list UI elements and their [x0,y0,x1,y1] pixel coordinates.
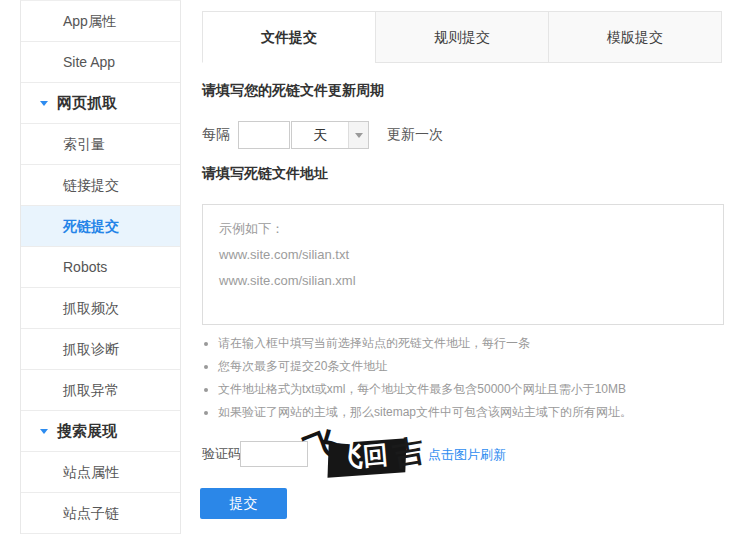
sidebar-item-index-volume[interactable]: 索引量 [21,124,180,165]
sidebar-group-webpage-crawl[interactable]: 网页抓取 [21,83,180,124]
captcha-label: 验证码 [202,445,241,463]
note-item: 您每次最多可提交20条文件地址 [218,355,632,378]
note-item: 文件地址格式为txt或xml，每个地址文件最多包含50000个网址且需小于10M… [218,378,632,401]
sidebar-item-site-app[interactable]: Site App [21,42,180,83]
sidebar-item-robots[interactable]: Robots [21,247,180,288]
captcha-input[interactable] [240,441,308,467]
tab-bar: 文件提交 规则提交 模版提交 [202,11,722,63]
sidebar-group-label: 搜索展现 [57,422,117,439]
note-item: 如果验证了网站的主域，那么sitemap文件中可包含该网站主域下的所有网址。 [218,401,632,424]
note-item: 请在输入框中填写当前选择站点的死链文件地址，每行一条 [218,332,632,355]
sidebar-item-crawl-exception[interactable]: 抓取异常 [21,370,180,411]
sidebar-item-app-attr[interactable]: App属性 [21,1,180,42]
update-interval-row: 每隔 天 更新一次 [202,121,443,149]
dead-link-address-textarea[interactable] [202,204,724,325]
sidebar: App属性 Site App 网页抓取 索引量 链接提交 死链提交 Robots… [20,0,181,534]
interval-prefix-label: 每隔 [202,126,230,144]
captcha-image[interactable]: 飞 飞 回 吉 [311,432,427,480]
sidebar-item-site-attr[interactable]: 站点属性 [21,452,180,493]
submit-button[interactable]: 提交 [200,488,287,519]
sidebar-item-crawl-frequency[interactable]: 抓取频次 [21,288,180,329]
sidebar-item-site-sublink[interactable]: 站点子链 [21,493,180,534]
sidebar-item-link-submit[interactable]: 链接提交 [21,165,180,206]
sidebar-item-crawl-diagnosis[interactable]: 抓取诊断 [21,329,180,370]
sidebar-item-dead-link-submit[interactable]: 死链提交 [21,206,180,247]
interval-suffix-label: 更新一次 [387,126,443,144]
collapse-arrow-icon [40,429,48,434]
captcha-char: 回 [362,442,389,469]
dead-link-address-heading: 请填写死链文件地址 [202,165,328,183]
submission-notes-list: 请在输入框中填写当前选择站点的死链文件地址，每行一条 您每次最多可提交20条文件… [202,332,632,424]
tab-file-submit[interactable]: 文件提交 [202,11,376,63]
refresh-captcha-link[interactable]: 点击图片刷新 [428,446,506,464]
captcha-char: 吉 [391,435,427,471]
collapse-arrow-icon [40,101,48,106]
captcha-row: 验证码 飞 飞 回 吉 点击图片刷新 [202,432,722,480]
chevron-down-icon [348,122,368,148]
tab-rule-submit[interactable]: 规则提交 [375,11,549,63]
tab-template-submit[interactable]: 模版提交 [548,11,722,63]
sidebar-group-label: 网页抓取 [57,94,117,111]
interval-unit-select[interactable]: 天 [291,121,369,149]
interval-input[interactable] [238,121,290,149]
captcha-char: 飞 [335,440,366,471]
sidebar-group-search-display[interactable]: 搜索展现 [21,411,180,452]
update-period-heading: 请填写您的死链文件更新周期 [202,82,384,100]
interval-unit-value: 天 [292,122,349,148]
